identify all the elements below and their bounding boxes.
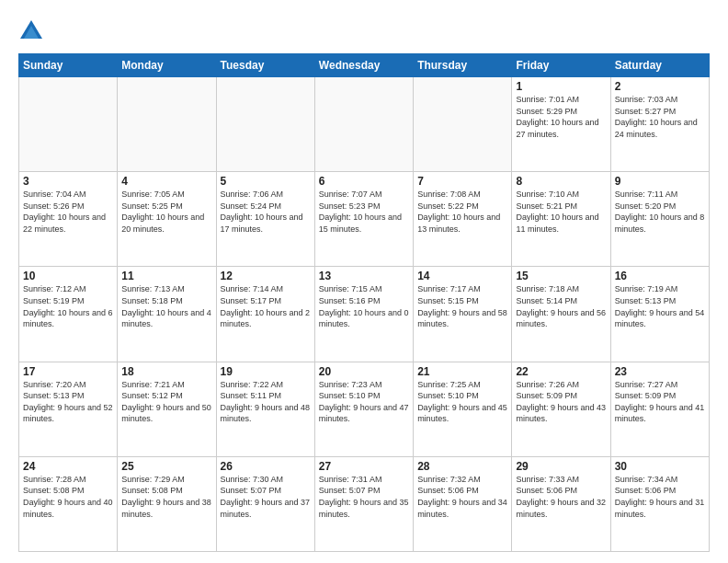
day-detail: Sunrise: 7:18 AM Sunset: 5:14 PM Dayligh…: [516, 283, 606, 329]
calendar-cell: 28Sunrise: 7:32 AM Sunset: 5:06 PM Dayli…: [414, 456, 512, 551]
day-detail: Sunrise: 7:30 AM Sunset: 5:07 PM Dayligh…: [221, 474, 311, 520]
day-detail: Sunrise: 7:28 AM Sunset: 5:08 PM Dayligh…: [23, 474, 113, 520]
day-number: 13: [319, 270, 409, 282]
calendar-cell: 7Sunrise: 7:08 AM Sunset: 5:22 PM Daylig…: [414, 172, 512, 267]
calendar-cell: 6Sunrise: 7:07 AM Sunset: 5:23 PM Daylig…: [314, 172, 413, 267]
calendar-cell: 25Sunrise: 7:29 AM Sunset: 5:08 PM Dayli…: [118, 456, 216, 551]
calendar-cell: 20Sunrise: 7:23 AM Sunset: 5:10 PM Dayli…: [314, 362, 413, 456]
day-detail: Sunrise: 7:15 AM Sunset: 5:16 PM Dayligh…: [319, 283, 409, 329]
logo-icon: [18, 18, 44, 44]
day-detail: Sunrise: 7:05 AM Sunset: 5:25 PM Dayligh…: [121, 189, 211, 235]
day-detail: Sunrise: 7:14 AM Sunset: 5:17 PM Dayligh…: [221, 283, 311, 329]
day-detail: Sunrise: 7:12 AM Sunset: 5:19 PM Dayligh…: [23, 283, 113, 329]
day-number: 16: [615, 270, 705, 282]
calendar-cell: 3Sunrise: 7:04 AM Sunset: 5:26 PM Daylig…: [19, 172, 118, 267]
day-detail: Sunrise: 7:23 AM Sunset: 5:10 PM Dayligh…: [319, 379, 409, 425]
weekday-header-sunday: Sunday: [19, 54, 118, 77]
day-number: 19: [221, 365, 311, 378]
day-number: 4: [121, 175, 211, 188]
day-number: 20: [319, 365, 409, 378]
calendar-cell: [414, 77, 512, 172]
day-detail: Sunrise: 7:34 AM Sunset: 5:06 PM Dayligh…: [615, 474, 705, 520]
calendar-cell: [216, 77, 314, 172]
day-number: 11: [121, 270, 211, 282]
day-number: 25: [121, 460, 211, 473]
calendar-week-0: 1Sunrise: 7:01 AM Sunset: 5:29 PM Daylig…: [19, 77, 710, 172]
calendar-cell: 29Sunrise: 7:33 AM Sunset: 5:06 PM Dayli…: [512, 456, 610, 551]
day-number: 29: [516, 460, 606, 473]
day-detail: Sunrise: 7:27 AM Sunset: 5:09 PM Dayligh…: [615, 379, 705, 425]
day-detail: Sunrise: 7:20 AM Sunset: 5:13 PM Dayligh…: [23, 379, 113, 425]
calendar-cell: 23Sunrise: 7:27 AM Sunset: 5:09 PM Dayli…: [610, 362, 709, 456]
day-number: 24: [23, 460, 113, 473]
day-detail: Sunrise: 7:33 AM Sunset: 5:06 PM Dayligh…: [516, 474, 606, 520]
calendar-cell: [314, 77, 413, 172]
day-number: 10: [23, 270, 113, 282]
calendar-cell: 1Sunrise: 7:01 AM Sunset: 5:29 PM Daylig…: [512, 77, 610, 172]
calendar-cell: 8Sunrise: 7:10 AM Sunset: 5:21 PM Daylig…: [512, 172, 610, 267]
day-number: 5: [221, 175, 311, 188]
weekday-header-saturday: Saturday: [610, 54, 709, 77]
calendar-cell: 11Sunrise: 7:13 AM Sunset: 5:18 PM Dayli…: [118, 267, 216, 362]
day-detail: Sunrise: 7:22 AM Sunset: 5:11 PM Dayligh…: [221, 379, 311, 425]
day-number: 1: [516, 80, 606, 93]
calendar-cell: 2Sunrise: 7:03 AM Sunset: 5:27 PM Daylig…: [610, 77, 709, 172]
calendar-week-2: 10Sunrise: 7:12 AM Sunset: 5:19 PM Dayli…: [19, 267, 710, 362]
day-detail: Sunrise: 7:17 AM Sunset: 5:15 PM Dayligh…: [417, 283, 507, 329]
calendar-cell: 17Sunrise: 7:20 AM Sunset: 5:13 PM Dayli…: [19, 362, 118, 456]
calendar-cell: 13Sunrise: 7:15 AM Sunset: 5:16 PM Dayli…: [314, 267, 413, 362]
logo: [18, 18, 48, 44]
calendar-week-1: 3Sunrise: 7:04 AM Sunset: 5:26 PM Daylig…: [19, 172, 710, 267]
day-detail: Sunrise: 7:32 AM Sunset: 5:06 PM Dayligh…: [417, 474, 507, 520]
calendar-cell: 12Sunrise: 7:14 AM Sunset: 5:17 PM Dayli…: [216, 267, 314, 362]
calendar-cell: 4Sunrise: 7:05 AM Sunset: 5:25 PM Daylig…: [118, 172, 216, 267]
calendar-week-3: 17Sunrise: 7:20 AM Sunset: 5:13 PM Dayli…: [19, 362, 710, 456]
day-number: 15: [516, 270, 606, 282]
day-detail: Sunrise: 7:25 AM Sunset: 5:10 PM Dayligh…: [417, 379, 507, 425]
day-number: 27: [319, 460, 409, 473]
day-number: 26: [221, 460, 311, 473]
day-number: 17: [23, 365, 113, 378]
day-detail: Sunrise: 7:19 AM Sunset: 5:13 PM Dayligh…: [615, 283, 705, 329]
day-detail: Sunrise: 7:13 AM Sunset: 5:18 PM Dayligh…: [121, 283, 211, 329]
calendar-cell: 5Sunrise: 7:06 AM Sunset: 5:24 PM Daylig…: [216, 172, 314, 267]
day-number: 2: [615, 80, 705, 93]
weekday-header-tuesday: Tuesday: [216, 54, 314, 77]
day-number: 3: [23, 175, 113, 188]
calendar-cell: 22Sunrise: 7:26 AM Sunset: 5:09 PM Dayli…: [512, 362, 610, 456]
calendar-cell: 30Sunrise: 7:34 AM Sunset: 5:06 PM Dayli…: [610, 456, 709, 551]
calendar-cell: 10Sunrise: 7:12 AM Sunset: 5:19 PM Dayli…: [19, 267, 118, 362]
weekday-header-friday: Friday: [512, 54, 610, 77]
day-number: 28: [417, 460, 507, 473]
day-number: 21: [417, 365, 507, 378]
day-detail: Sunrise: 7:06 AM Sunset: 5:24 PM Dayligh…: [221, 189, 311, 235]
day-number: 14: [417, 270, 507, 282]
calendar-cell: 21Sunrise: 7:25 AM Sunset: 5:10 PM Dayli…: [414, 362, 512, 456]
page: SundayMondayTuesdayWednesdayThursdayFrid…: [0, 0, 728, 563]
calendar-cell: [19, 77, 118, 172]
day-number: 7: [417, 175, 507, 188]
day-number: 6: [319, 175, 409, 188]
calendar-cell: 24Sunrise: 7:28 AM Sunset: 5:08 PM Dayli…: [19, 456, 118, 551]
day-detail: Sunrise: 7:10 AM Sunset: 5:21 PM Dayligh…: [516, 189, 606, 235]
day-number: 12: [221, 270, 311, 282]
day-number: 30: [615, 460, 705, 473]
calendar-cell: 9Sunrise: 7:11 AM Sunset: 5:20 PM Daylig…: [610, 172, 709, 267]
calendar-cell: [118, 77, 216, 172]
calendar-cell: 16Sunrise: 7:19 AM Sunset: 5:13 PM Dayli…: [610, 267, 709, 362]
calendar-week-4: 24Sunrise: 7:28 AM Sunset: 5:08 PM Dayli…: [19, 456, 710, 551]
calendar-cell: 27Sunrise: 7:31 AM Sunset: 5:07 PM Dayli…: [314, 456, 413, 551]
calendar-cell: 26Sunrise: 7:30 AM Sunset: 5:07 PM Dayli…: [216, 456, 314, 551]
day-detail: Sunrise: 7:03 AM Sunset: 5:27 PM Dayligh…: [615, 94, 705, 140]
calendar-cell: 15Sunrise: 7:18 AM Sunset: 5:14 PM Dayli…: [512, 267, 610, 362]
calendar-cell: 19Sunrise: 7:22 AM Sunset: 5:11 PM Dayli…: [216, 362, 314, 456]
header: [18, 15, 710, 44]
day-detail: Sunrise: 7:08 AM Sunset: 5:22 PM Dayligh…: [417, 189, 507, 235]
calendar-table: SundayMondayTuesdayWednesdayThursdayFrid…: [18, 53, 710, 552]
day-detail: Sunrise: 7:29 AM Sunset: 5:08 PM Dayligh…: [121, 474, 211, 520]
calendar-cell: 18Sunrise: 7:21 AM Sunset: 5:12 PM Dayli…: [118, 362, 216, 456]
day-number: 23: [615, 365, 705, 378]
day-number: 8: [516, 175, 606, 188]
day-detail: Sunrise: 7:07 AM Sunset: 5:23 PM Dayligh…: [319, 189, 409, 235]
day-number: 9: [615, 175, 705, 188]
